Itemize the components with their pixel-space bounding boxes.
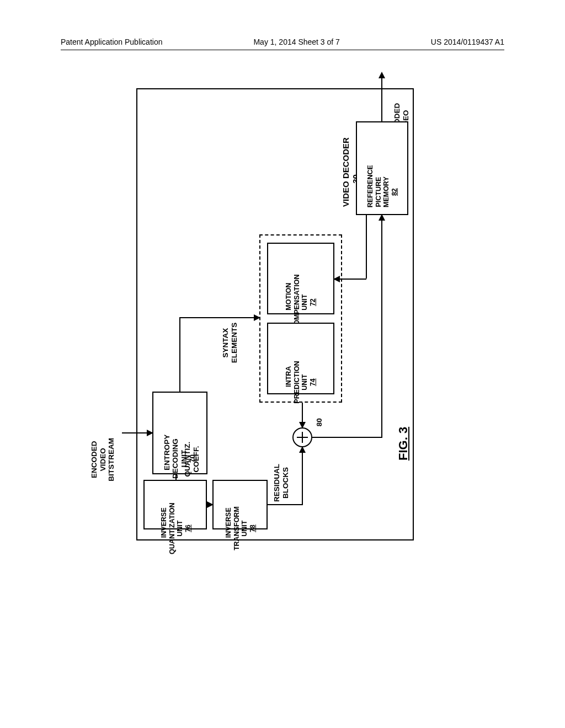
residual-blocks-label: RESIDUAL BLOCKS	[273, 456, 290, 511]
header-rule	[61, 50, 504, 50]
summer-circle-icon	[292, 427, 312, 447]
arrow-input-head	[147, 430, 153, 436]
arrow-ref-motion-head	[333, 276, 340, 282]
arrow-trans-residual-v	[302, 447, 303, 505]
video-decoder-diagram: VIDEO DECODER 30 ENCODED VIDEO BITSTREAM…	[105, 88, 414, 540]
arrow-entropy-quant	[175, 474, 177, 480]
summer-ref: 80	[315, 411, 324, 433]
arrow-output-head	[379, 72, 385, 78]
arrow-entropy-syntax-head	[254, 314, 260, 321]
arrow-trans-residual-h	[268, 504, 302, 505]
arrow-summer-ref-v	[381, 215, 382, 438]
inverse-quant-text: INVERSE QUANTIZATION UNIT 76	[152, 498, 200, 559]
arrow-entropy-syntax-v	[179, 317, 180, 392]
page-root: Patent Application Publication May 1, 20…	[0, 0, 565, 728]
arrow-output-v	[381, 77, 382, 121]
publication-number: US 2014/0119437 A1	[431, 38, 504, 46]
arrow-summer-ref-h	[312, 437, 381, 438]
publication-type: Patent Application Publication	[61, 38, 162, 46]
date-sheet: May 1, 2014 Sheet 3 of 7	[253, 38, 339, 46]
arrow-ref-motion-v	[366, 215, 367, 279]
arrow-trans-residual-head	[299, 446, 306, 453]
arrow-quant-trans-head	[207, 501, 214, 508]
arrow-summer-ref-head	[379, 214, 385, 221]
page-header: Patent Application Publication May 1, 20…	[0, 38, 565, 46]
arrow-pred-summer-head	[299, 422, 306, 429]
arrow-entropy-syntax-h	[179, 317, 259, 318]
quantiz-coeff-label: QUANTIZ. COEFF.	[183, 432, 200, 487]
inverse-transform-text: INVERSE TRANSFORM UNIT 78	[217, 498, 264, 559]
syntax-elements-label: SYNTAX ELEMENTS	[221, 310, 238, 376]
encoded-bitstream-label: ENCODED VIDEO BITSTREAM	[90, 421, 116, 498]
intra-pred-text: INTRA PREDICTION UNIT 74	[277, 344, 324, 421]
